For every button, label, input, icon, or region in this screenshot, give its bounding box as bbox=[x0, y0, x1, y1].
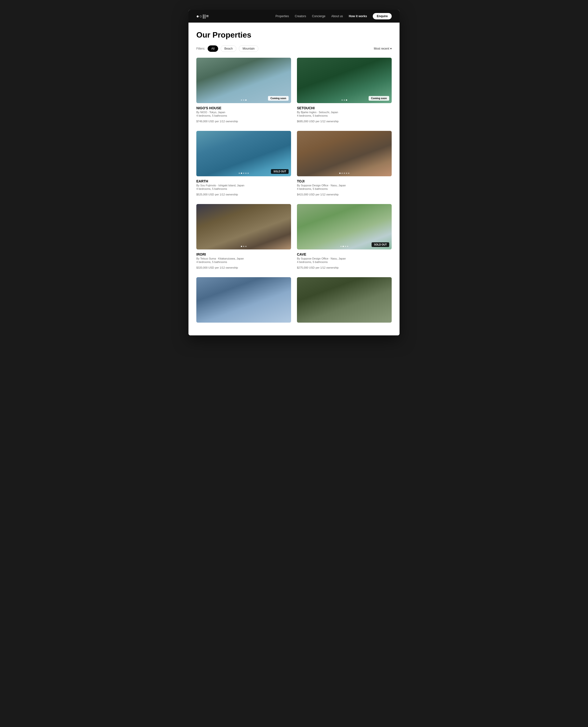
price-value: $275,000 USD bbox=[297, 266, 315, 269]
dot[interactable] bbox=[243, 99, 245, 101]
property-card-toji: TOJI By Suppose Design Office · Nasu, Ja… bbox=[297, 131, 392, 196]
dot-active[interactable] bbox=[246, 99, 247, 101]
page-title: Our Properties bbox=[196, 31, 392, 40]
property-image-cave[interactable]: SOLD OUT bbox=[297, 204, 392, 249]
price-value: $685,000 USD bbox=[297, 120, 315, 123]
badge-sold-out: SOLD OUT bbox=[372, 242, 389, 247]
main-content: Our Properties Filters: All Beach Mounta… bbox=[188, 23, 400, 336]
price-suffix: per 1/12 ownership bbox=[215, 266, 238, 269]
price-suffix: per 1/12 ownership bbox=[316, 120, 339, 123]
dot[interactable] bbox=[239, 173, 240, 174]
nav-properties[interactable]: Properties bbox=[276, 15, 289, 18]
sort-label: Most recent bbox=[374, 47, 389, 51]
property-name: NIGO'S HOUSE bbox=[196, 106, 291, 110]
property-card-irori: IRORI By Tetsuo Suma · Kitakaruizawa, Ja… bbox=[196, 204, 291, 269]
filters-left: Filters: All Beach Mountain bbox=[196, 45, 258, 52]
nav-links: Properties Creators Concierge About us H… bbox=[276, 13, 392, 19]
property-price: $275,000 USD per 1/12 ownership bbox=[297, 265, 392, 269]
property-price: $685,000 USD per 1/12 ownership bbox=[297, 119, 392, 123]
dot-active[interactable] bbox=[241, 173, 242, 174]
dot[interactable] bbox=[346, 173, 347, 174]
filter-all[interactable]: All bbox=[208, 45, 218, 52]
dot[interactable] bbox=[246, 246, 247, 247]
property-card-nigos: Coming soon NIGO'S HOUSE By NIOO · Tokyo… bbox=[196, 58, 291, 123]
badge-coming-soon: Coming soon bbox=[369, 96, 389, 101]
filter-mountain[interactable]: Mountain bbox=[239, 45, 258, 52]
property-rooms: 4 bedrooms, 5 bathrooms bbox=[196, 114, 291, 117]
image-dots bbox=[241, 246, 247, 247]
property-name: TOJI bbox=[297, 179, 392, 183]
property-by: By Sou Fujimoto · Ishigaki Island, Japan bbox=[196, 184, 291, 187]
image-dots bbox=[239, 173, 249, 174]
property-card-cave: SOLD OUT CAVE By Suppose Design Office ·… bbox=[297, 204, 392, 269]
dot[interactable] bbox=[248, 173, 249, 174]
price-suffix: per 1/12 ownership bbox=[316, 266, 339, 269]
property-image-setouchi[interactable]: Coming soon bbox=[297, 58, 392, 103]
nav-creators[interactable]: Creators bbox=[295, 15, 306, 18]
property-image-irori[interactable] bbox=[196, 204, 291, 249]
property-by: By Suppose Design Office · Nasu, Japan bbox=[297, 184, 392, 187]
price-suffix: per 1/12 ownership bbox=[215, 193, 238, 196]
property-image-earth[interactable]: SOLD OUT bbox=[196, 131, 291, 176]
properties-grid: Coming soon NIGO'S HOUSE By NIOO · Tokyo… bbox=[196, 58, 392, 326]
dot[interactable] bbox=[344, 99, 345, 101]
page-wrapper: ●○||= Properties Creators Concierge Abou… bbox=[188, 10, 400, 336]
dot-active[interactable] bbox=[241, 246, 242, 247]
badge-sold-out: SOLD OUT bbox=[271, 169, 289, 174]
property-price: $320,000 USD per 1/12 ownership bbox=[196, 265, 291, 269]
property-by: By NIOO · Tokyo, Japan bbox=[196, 111, 291, 114]
image-dots bbox=[340, 246, 348, 247]
sort-chevron: ▾ bbox=[390, 47, 392, 51]
image-dots bbox=[241, 99, 247, 101]
price-value: $320,000 USD bbox=[196, 266, 214, 269]
dot[interactable] bbox=[342, 173, 343, 174]
property-rooms: 4 bedrooms, 5 bathrooms bbox=[196, 261, 291, 263]
enquire-button[interactable]: Enquire bbox=[373, 13, 392, 19]
badge-coming-soon: Coming soon bbox=[268, 96, 289, 101]
property-rooms: 4 bedrooms, 5 bathrooms bbox=[297, 187, 392, 190]
property-rooms: 4 bedrooms, 5 bathrooms bbox=[297, 114, 392, 117]
property-card-partial-2 bbox=[297, 277, 392, 326]
nav-about[interactable]: About us bbox=[331, 15, 343, 18]
image-dots bbox=[342, 99, 347, 101]
property-name: SETOUCHI bbox=[297, 106, 392, 110]
price-suffix: per 1/12 ownership bbox=[316, 193, 339, 196]
navbar: ●○||= Properties Creators Concierge Abou… bbox=[188, 10, 400, 23]
property-by: By Tetsuo Suma · Kitakaruizawa, Japan bbox=[196, 257, 291, 260]
image-dots bbox=[339, 173, 350, 174]
dot[interactable] bbox=[344, 173, 345, 174]
price-value: $749,000 USD bbox=[196, 120, 214, 123]
dot[interactable] bbox=[345, 246, 346, 247]
property-image-last2[interactable] bbox=[297, 277, 392, 323]
filters-label: Filters: bbox=[196, 47, 205, 51]
property-by: By Bjarke Ingles · Setouchi, Japan bbox=[297, 111, 392, 114]
property-name: IRORI bbox=[196, 253, 291, 256]
filters-row: Filters: All Beach Mountain Most recent … bbox=[196, 45, 392, 52]
dot[interactable] bbox=[347, 246, 348, 247]
property-name: EARTH bbox=[196, 179, 291, 183]
dot-active[interactable] bbox=[342, 246, 344, 247]
dot[interactable] bbox=[340, 246, 342, 247]
dot[interactable] bbox=[243, 246, 245, 247]
property-price: $525,000 USD per 1/12 ownership bbox=[196, 192, 291, 196]
nav-how-it-works[interactable]: How it works bbox=[349, 15, 367, 18]
price-suffix: per 1/12 ownership bbox=[215, 120, 238, 123]
property-image-toji[interactable] bbox=[297, 131, 392, 176]
dot[interactable] bbox=[246, 173, 247, 174]
property-rooms: 4 bedrooms, 5 bathrooms bbox=[297, 261, 392, 263]
dot[interactable] bbox=[342, 99, 343, 101]
logo: ●○||= bbox=[196, 14, 209, 19]
sort-button[interactable]: Most recent ▾ bbox=[374, 47, 392, 51]
dot-active[interactable] bbox=[346, 99, 347, 101]
dot[interactable] bbox=[243, 173, 245, 174]
dot[interactable] bbox=[348, 173, 350, 174]
filter-beach[interactable]: Beach bbox=[220, 45, 236, 52]
price-value: $525,000 USD bbox=[196, 193, 214, 196]
dot-active[interactable] bbox=[339, 173, 341, 174]
property-image-nigos[interactable]: Coming soon bbox=[196, 58, 291, 103]
dot[interactable] bbox=[241, 99, 242, 101]
property-image-last1[interactable] bbox=[196, 277, 291, 323]
nav-concierge[interactable]: Concierge bbox=[312, 15, 326, 18]
property-price: $749,000 USD per 1/12 ownership bbox=[196, 119, 291, 123]
price-value: $415,000 USD bbox=[297, 193, 315, 196]
